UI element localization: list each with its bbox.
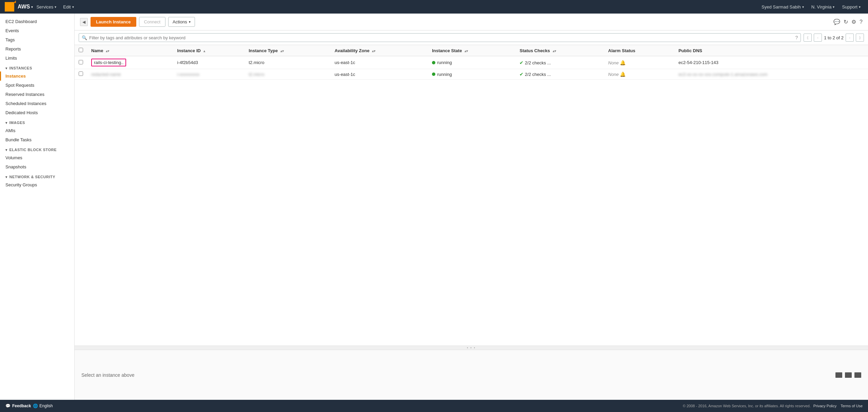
collapse-images-icon[interactable]: ▾ <box>5 121 7 125</box>
pagination-text: 1 to 2 of 2 <box>824 35 844 40</box>
sidebar-item-instances[interactable]: Instances <box>0 71 74 81</box>
launch-instance-button[interactable]: Launch Instance <box>91 17 136 27</box>
edit-menu[interactable]: Edit ▾ <box>60 0 77 14</box>
content-area: ◀ Launch Instance Connect Actions ▾ 💬 ↻ … <box>75 14 868 400</box>
pagination-first-button[interactable]: ⟪ <box>804 34 812 42</box>
filter-help-icon[interactable]: ? <box>795 35 798 40</box>
user-menu[interactable]: Syed Sarmad Sabih ▾ <box>758 0 807 14</box>
sidebar-section-images-header: ▾ IMAGES <box>0 117 74 126</box>
privacy-policy-link[interactable]: Privacy Policy <box>813 404 836 408</box>
row2-alarm-bell: 🔔 <box>620 71 626 77</box>
sidebar-item-reserved-instances[interactable]: Reserved Instances <box>0 90 74 99</box>
collapse-network-icon[interactable]: ▾ <box>5 175 7 179</box>
select-all-checkbox[interactable] <box>79 48 83 52</box>
support-menu[interactable]: Support ▾ <box>839 0 864 14</box>
col-instance-type[interactable]: Instance Type ▴▾ <box>244 45 330 56</box>
row1-status-checks-cell: ✔ 2/2 checks ... <box>515 56 604 69</box>
settings-icon[interactable]: ⚙ <box>851 19 856 25</box>
detail-view-icon-1[interactable] <box>835 372 842 378</box>
sidebar-item-snapshots[interactable]: Snapshots <box>0 162 74 171</box>
terms-of-use-link[interactable]: Terms of Use <box>841 404 863 408</box>
feedback-button[interactable]: 💬 Feedback <box>5 404 31 408</box>
col-alarm-status[interactable]: Alarm Status <box>604 45 674 56</box>
detail-view-icon-3[interactable] <box>854 372 861 378</box>
checks-sort-icon: ▴▾ <box>553 49 556 53</box>
detail-view-icon-2[interactable] <box>845 372 852 378</box>
services-menu[interactable]: Services ▾ <box>33 0 60 14</box>
sidebar-item-scheduled-instances[interactable]: Scheduled Instances <box>0 99 74 108</box>
row2-status-checks-cell: ✔ 2/2 checks ... <box>515 69 604 80</box>
top-navigation: AWS ▾ Services ▾ Edit ▾ Syed Sarmad Sabi… <box>0 0 868 14</box>
sidebar-section-network-header: ▾ NETWORK & SECURITY <box>0 171 74 180</box>
col-instance-state[interactable]: Instance State ▴▾ <box>428 45 515 56</box>
table-row: rails-ci-testing.. i-4f2b54d3 t2.micro u… <box>75 56 868 69</box>
sidebar: EC2 Dashboard Events Tags Reports Limits… <box>0 14 75 400</box>
collapse-instances-icon[interactable]: ▾ <box>5 66 7 70</box>
detail-panel-resize-handle[interactable]: • • • <box>75 346 868 350</box>
detail-panel: • • • Select an instance above <box>75 346 868 400</box>
footer-links: Privacy Policy Terms of Use <box>813 404 863 408</box>
instances-table-container: Name ▴▾ Instance ID ▴ Instance Type ▴▾ A… <box>75 45 868 346</box>
row1-instance-id-cell: i-4f2b54d3 <box>173 56 245 69</box>
sidebar-top-items: EC2 Dashboard Events Tags Reports Limits <box>0 17 74 63</box>
table-header-row: Name ▴▾ Instance ID ▴ Instance Type ▴▾ A… <box>75 45 868 56</box>
toolbar-icons: 💬 ↻ ⚙ ? <box>833 19 863 25</box>
help-icon[interactable]: ? <box>860 19 863 25</box>
sidebar-item-security-groups[interactable]: Security Groups <box>0 180 74 189</box>
col-status-checks[interactable]: Status Checks ▴▾ <box>515 45 604 56</box>
col-public-dns[interactable]: Public DNS <box>674 45 868 56</box>
col-availability-zone[interactable]: Availability Zone ▴▾ <box>331 45 428 56</box>
row1-state-cell: running <box>428 56 515 69</box>
sidebar-item-events[interactable]: Events <box>0 26 74 35</box>
sidebar-item-tags[interactable]: Tags <box>0 35 74 44</box>
refresh-icon[interactable]: ↻ <box>844 19 848 25</box>
row2-checkbox[interactable] <box>79 71 83 76</box>
connect-button[interactable]: Connect <box>139 17 165 27</box>
row1-name-highlighted: rails-ci-testing.. <box>91 59 126 66</box>
sidebar-item-reports[interactable]: Reports <box>0 44 74 54</box>
col-instance-id[interactable]: Instance ID ▴ <box>173 45 245 56</box>
row1-checkbox[interactable] <box>79 60 83 64</box>
table-area: 🔍 ? ⟪ ‹ 1 to 2 of 2 › ⟫ <box>75 30 868 400</box>
pagination-next-button[interactable]: › <box>846 34 854 42</box>
pagination-prev-button[interactable]: ‹ <box>814 34 822 42</box>
row2-az: us-east-1c <box>335 72 355 77</box>
sidebar-item-amis[interactable]: AMIs <box>0 126 74 135</box>
row2-dns: ec2-xx-xx-xx-xxx.compute-1.amazonaws.com <box>678 72 768 77</box>
row1-az: us-east-1c <box>335 60 355 65</box>
row1-state: running <box>432 60 511 65</box>
filter-input[interactable] <box>89 35 793 40</box>
collapse-sidebar-button[interactable]: ◀ <box>80 18 88 26</box>
detail-panel-content: Select an instance above <box>75 350 868 400</box>
filter-bar: 🔍 ? ⟪ ‹ 1 to 2 of 2 › ⟫ <box>75 30 868 45</box>
language-selector[interactable]: 🌐 English <box>33 404 53 408</box>
row2-instance-type: t2.micro <box>249 72 264 77</box>
sidebar-item-ec2-dashboard[interactable]: EC2 Dashboard <box>0 17 74 26</box>
main-layout: EC2 Dashboard Events Tags Reports Limits… <box>0 14 868 400</box>
sidebar-item-volumes[interactable]: Volumes <box>0 153 74 162</box>
footer: 💬 Feedback 🌐 English © 2008 - 2016, Amaz… <box>0 400 868 412</box>
pagination-controls: ⟪ ‹ 1 to 2 of 2 › ⟫ <box>804 34 864 42</box>
col-name[interactable]: Name ▴▾ <box>87 45 173 56</box>
sidebar-item-dedicated-hosts[interactable]: Dedicated Hosts <box>0 108 74 117</box>
row2-alarm-cell: None 🔔 <box>604 69 674 80</box>
sidebar-item-spot-requests[interactable]: Spot Requests <box>0 81 74 90</box>
sidebar-item-limits[interactable]: Limits <box>0 54 74 63</box>
collapse-ebs-icon[interactable]: ▾ <box>5 148 7 152</box>
footer-left: 💬 Feedback 🌐 English <box>5 404 53 408</box>
footer-copyright: © 2008 - 2016, Amazon Web Services, Inc.… <box>683 404 811 408</box>
aws-brand-label: AWS <box>18 4 30 10</box>
region-menu[interactable]: N. Virginia ▾ <box>808 0 838 14</box>
actions-button[interactable]: Actions ▾ <box>168 17 195 27</box>
row1-checks: 2/2 checks ... <box>525 60 551 65</box>
row2-check-icon: ✔ <box>519 71 524 77</box>
pagination-last-button[interactable]: ⟫ <box>856 34 864 42</box>
row2-name: redacted-name <box>91 72 121 77</box>
row1-instance-type-cell: t2.micro <box>244 56 330 69</box>
actions-caret: ▾ <box>189 20 191 24</box>
chat-icon[interactable]: 💬 <box>833 19 840 25</box>
row1-name-cell: rails-ci-testing.. <box>87 56 173 69</box>
sidebar-item-bundle-tasks[interactable]: Bundle Tasks <box>0 135 74 144</box>
az-sort-icon: ▴▾ <box>372 49 375 53</box>
row1-alarm: None <box>608 60 619 65</box>
